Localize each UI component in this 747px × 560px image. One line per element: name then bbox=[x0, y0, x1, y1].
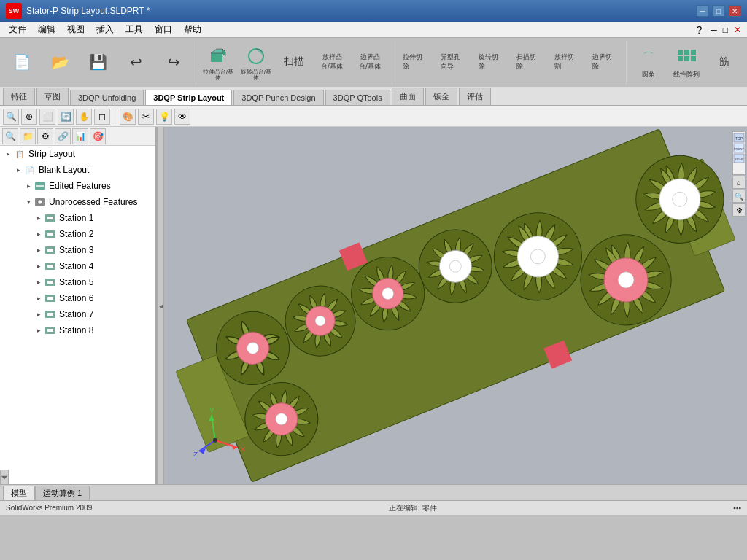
tree-unprocessed-features[interactable]: ▾ Unprocessed Features bbox=[0, 194, 155, 210]
maximize-button[interactable]: □ bbox=[712, 5, 725, 17]
svg-text:Z: Z bbox=[193, 450, 198, 458]
new-button[interactable]: 📄 bbox=[3, 42, 41, 83]
redo-button[interactable]: ↪ bbox=[155, 42, 193, 83]
tree-station-3[interactable]: ▸ Station 3 bbox=[0, 242, 155, 258]
tree-station-7[interactable]: ▸ Station 7 bbox=[0, 306, 155, 322]
tab-3dqp-punch-design[interactable]: 3DQP Punch Design bbox=[233, 90, 323, 105]
extrude-cut-btn[interactable]: 拉伸切除 bbox=[395, 42, 433, 83]
pattern-btn[interactable]: 线性阵列 bbox=[667, 42, 705, 83]
expand-station-3[interactable]: ▸ bbox=[34, 245, 44, 255]
fillet-btn[interactable]: ⌒ 圆角 bbox=[630, 42, 667, 83]
expand-station-7[interactable]: ▸ bbox=[34, 309, 44, 319]
motion-tab[interactable]: 运动算例 1 bbox=[35, 486, 90, 500]
view-zoom-btn[interactable]: 🔍 bbox=[732, 190, 746, 203]
tab-surface[interactable]: 曲面 bbox=[392, 88, 424, 105]
close-button[interactable]: ✕ bbox=[728, 5, 741, 17]
undo-button[interactable]: ↩ bbox=[117, 42, 155, 83]
revolve-boss-btn[interactable]: 旋转凸台/基体 bbox=[237, 42, 275, 83]
menu-file[interactable]: 文件 bbox=[3, 22, 32, 37]
menubar: 文件 编辑 视图 插入 工具 窗口 帮助 ? ─ □ ✕ bbox=[0, 22, 747, 38]
menu-tools[interactable]: 工具 bbox=[120, 22, 149, 37]
station-1-icon bbox=[44, 211, 57, 225]
section-view-btn[interactable]: ✂ bbox=[138, 109, 154, 125]
minimize-button[interactable]: ─ bbox=[696, 5, 709, 17]
tree-station-1[interactable]: ▸ Station 1 bbox=[0, 210, 155, 226]
lighting-btn[interactable]: 💡 bbox=[156, 109, 172, 125]
expand-station-1[interactable]: ▸ bbox=[34, 213, 44, 223]
tree-expand-edited[interactable]: ▸ bbox=[23, 181, 34, 191]
menu-insert[interactable]: 插入 bbox=[90, 22, 120, 37]
menu-help[interactable]: 帮助 bbox=[178, 22, 207, 37]
station-3-icon bbox=[44, 244, 57, 257]
tab-3dqp-qtools[interactable]: 3DQP QTools bbox=[325, 90, 390, 105]
tree-strip-layout[interactable]: ▸ 📋 Strip Layout bbox=[0, 146, 155, 162]
menu-window[interactable]: 窗口 bbox=[149, 22, 178, 37]
view-hide-btn[interactable]: 👁 bbox=[174, 109, 190, 125]
zoom-in-btn[interactable]: ⊕ bbox=[21, 109, 37, 125]
tree-station-4[interactable]: ▸ Station 4 bbox=[0, 258, 155, 274]
tab-3dqp-unfolding[interactable]: 3DQP Unfolding bbox=[70, 90, 144, 105]
svg-text:FRONT: FRONT bbox=[734, 147, 744, 151]
menu-edit[interactable]: 编辑 bbox=[32, 22, 61, 37]
display-style-btn[interactable]: 🎨 bbox=[120, 109, 136, 125]
open-button[interactable]: 📂 bbox=[41, 42, 79, 83]
panel-btn4[interactable]: 📊 bbox=[72, 128, 88, 144]
tab-sheet-metal[interactable]: 钣金 bbox=[425, 88, 457, 105]
tab-features[interactable]: 特征 bbox=[3, 88, 35, 105]
boundary-cut-btn[interactable]: 边界切除 bbox=[585, 42, 623, 83]
panel-btn2[interactable]: ⚙ bbox=[37, 128, 53, 144]
expand-station-8[interactable]: ▸ bbox=[34, 325, 44, 335]
expand-station-2[interactable]: ▸ bbox=[34, 229, 44, 239]
sweep-cut-btn[interactable]: 扫描切除 bbox=[509, 42, 547, 83]
tree-expand-unprocessed[interactable]: ▾ bbox=[23, 197, 34, 207]
boundary-btn[interactable]: 边界凸台/基体 bbox=[351, 42, 389, 83]
canvas-right-toolbar: TOP FRONT RIGHT ⌂ 🔍 ⚙ bbox=[731, 130, 747, 218]
extrude-boss-btn[interactable]: 拉伸凸台/基体 bbox=[199, 42, 237, 83]
hole-wizard-btn[interactable]: 异型孔向导 bbox=[433, 42, 471, 83]
menu-view[interactable]: 视图 bbox=[61, 22, 90, 37]
tree-station-5[interactable]: ▸ Station 5 bbox=[0, 274, 155, 290]
rib-btn[interactable]: 筋 bbox=[705, 42, 743, 83]
tree-station-6[interactable]: ▸ Station 6 bbox=[0, 290, 155, 306]
pan-btn[interactable]: ✋ bbox=[76, 109, 92, 125]
wrap-btn[interactable]: 包覆 bbox=[743, 42, 747, 83]
zoom-fit-btn[interactable]: 🔍 bbox=[3, 109, 19, 125]
save-button[interactable]: 💾 bbox=[79, 42, 117, 83]
panel-btn3[interactable]: 🔗 bbox=[55, 128, 71, 144]
tree-edited-features[interactable]: ▸ Edited Features bbox=[0, 178, 155, 194]
tree-station-8[interactable]: ▸ Station 8 bbox=[0, 322, 155, 338]
tree-expand-strip-layout[interactable]: ▸ bbox=[3, 149, 13, 159]
panel-separator[interactable]: ◂ bbox=[157, 127, 164, 484]
panel-search-btn[interactable]: 🔍 bbox=[2, 128, 18, 144]
tree-expand-blank-layout[interactable]: ▸ bbox=[13, 165, 23, 175]
toolbar-close[interactable]: ✕ bbox=[731, 23, 744, 36]
tree-blank-layout[interactable]: ▸ 📄 Blank Layout bbox=[0, 162, 155, 178]
rotate-view-btn[interactable]: 🔄 bbox=[58, 109, 74, 125]
tab-sketch[interactable]: 草图 bbox=[36, 88, 69, 105]
tree-station-2[interactable]: ▸ Station 2 bbox=[0, 226, 155, 242]
toolbar-minimize[interactable]: ─ bbox=[708, 23, 720, 36]
revolve-cut-btn[interactable]: 旋转切除 bbox=[471, 42, 509, 83]
zoom-box-btn[interactable]: ⬜ bbox=[39, 109, 55, 125]
svg-point-71 bbox=[213, 438, 217, 443]
model-tab[interactable]: 模型 bbox=[3, 486, 35, 500]
expand-station-5[interactable]: ▸ bbox=[34, 277, 44, 287]
expand-station-6[interactable]: ▸ bbox=[34, 293, 44, 303]
panel-btn1[interactable]: 📁 bbox=[20, 128, 36, 144]
view-home-btn[interactable]: ⌂ bbox=[732, 176, 746, 189]
view-orientation-btn[interactable]: ◻ bbox=[94, 109, 110, 125]
sweep-btn[interactable]: 扫描 bbox=[275, 42, 313, 83]
expand-station-4[interactable]: ▸ bbox=[34, 261, 44, 271]
panel-btn5[interactable]: 🎯 bbox=[90, 128, 106, 144]
view-settings-btn[interactable]: ⚙ bbox=[732, 203, 746, 217]
toolbar-restore[interactable]: □ bbox=[720, 23, 731, 36]
loft-btn[interactable]: 放样凸台/基体 bbox=[313, 42, 351, 83]
loft-cut-btn[interactable]: 放样切割 bbox=[547, 42, 585, 83]
view-cube-btn[interactable]: TOP FRONT RIGHT bbox=[732, 131, 746, 175]
tab-3dqp-strip-layout[interactable]: 3DQP Strip Layout bbox=[145, 90, 232, 105]
status-right-text: ▪▪▪ bbox=[733, 504, 741, 512]
tab-evaluate[interactable]: 评估 bbox=[459, 88, 491, 105]
help-icon[interactable]: ? bbox=[690, 23, 708, 37]
panel-collapse-handle[interactable] bbox=[0, 470, 9, 484]
canvas-area[interactable]: X Y Z TOP FRONT bbox=[164, 127, 747, 484]
